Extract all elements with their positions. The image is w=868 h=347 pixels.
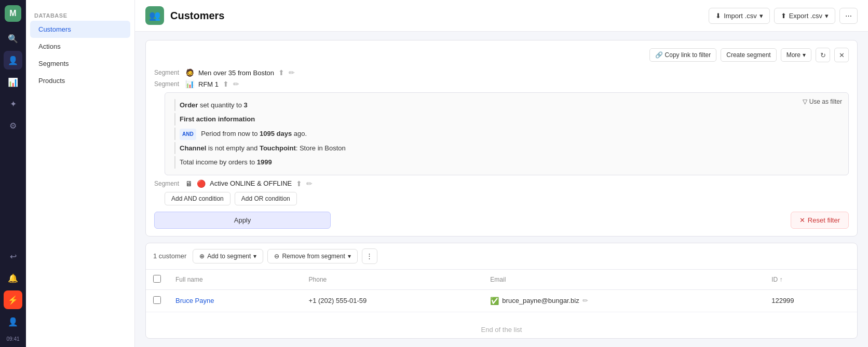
segment-name-2: RFM 1 [198, 80, 219, 88]
nav-section-label: Database [26, 8, 134, 21]
col-fullname: Full name [168, 270, 302, 290]
condition-row-3: AND Period from now to 1095 days ago. [174, 128, 841, 140]
segment-1-edit-icon[interactable]: ✏ [289, 68, 295, 77]
customer-count: 1 customer [153, 252, 186, 260]
segment-row-3: Segment 🖥 🔴 Active ONLINE & OFFLINE ⬆ ✏ [154, 179, 849, 188]
remove-from-segment-icon: ⊖ [274, 253, 279, 260]
segment-row-1: Segment 🧔 Men over 35 from Boston ⬆ ✏ [154, 68, 849, 77]
more-chevron-icon: ▾ [803, 51, 806, 59]
list-toolbar: 1 customer ⊕ Add to segment ▾ ⊖ Remove f… [146, 243, 857, 270]
end-of-list-row: End of the list [146, 312, 857, 339]
more-button[interactable]: More ▾ [781, 48, 811, 62]
notifications-nav-icon[interactable]: 🔔 [4, 269, 22, 287]
header-actions: ⬇ Import .csv ▾ ⬆ Export .csv ▾ ⋯ [709, 8, 858, 24]
reset-icon: ✕ [799, 216, 805, 224]
time-display: 09:41 [6, 336, 19, 342]
customer-email: bruce_payne@bungar.biz [502, 297, 579, 304]
customer-id: 122999 [764, 289, 857, 312]
import-chevron-icon: ▾ [760, 12, 763, 20]
filter-panel: 🔗 Copy link to filter Create segment Mor… [145, 40, 858, 237]
header-more-button[interactable]: ⋯ [839, 8, 858, 24]
email-edit-icon[interactable]: ✏ [582, 297, 588, 304]
import-icon: ⬇ [715, 12, 721, 20]
customers-table: Full name Phone Email ID ↑ Bruce Payne +… [146, 270, 857, 339]
add-to-segment-icon: ⊕ [199, 253, 205, 260]
condition-row-1: Order set quantity to 3 [174, 99, 841, 111]
condition-row-2: First action information [174, 113, 841, 125]
add-to-segment-button[interactable]: ⊕ Add to segment ▾ [193, 249, 263, 263]
use-as-filter-button[interactable]: ▽ Use as filter [803, 98, 842, 105]
apply-reset-row: Apply ✕ Reset filter [154, 212, 849, 229]
customers-nav-icon[interactable]: 👤 [4, 51, 22, 70]
row-checkbox[interactable] [153, 296, 161, 304]
segment-3-edit-icon[interactable]: ✏ [306, 179, 313, 188]
create-segment-button[interactable]: Create segment [721, 48, 776, 62]
list-more-button[interactable]: ⋮ [362, 248, 377, 264]
import-nav-icon[interactable]: ↩ [4, 247, 22, 266]
user-nav-icon[interactable]: 👤 [4, 312, 22, 331]
sidebar-item-products[interactable]: Products [30, 72, 130, 89]
segment-2-edit-icon[interactable]: ✏ [233, 80, 239, 88]
page-header: 👥 Customers ⬇ Import .csv ▾ ⬆ Export .cs… [135, 0, 868, 32]
export-icon: ⬆ [781, 12, 786, 20]
customer-phone: +1 (202) 555-01-59 [302, 289, 483, 312]
copy-link-icon: 🔗 [655, 51, 663, 59]
sidebar-item-segments[interactable]: Segments [30, 55, 130, 72]
email-verified-icon: ✅ [490, 297, 499, 305]
condition-row-5: Total income by orders to 1999 [174, 156, 841, 168]
analytics-nav-icon[interactable]: 📊 [4, 73, 22, 91]
close-filter-button[interactable]: ✕ [834, 48, 849, 62]
app-logo: M [5, 5, 21, 22]
col-email: Email [483, 270, 764, 290]
import-csv-button[interactable]: ⬇ Import .csv ▾ [709, 8, 770, 24]
customer-name[interactable]: Bruce Payne [175, 297, 214, 304]
conditions-box: ▽ Use as filter Order set quantity to 3 … [165, 92, 849, 175]
segment-row-2: Segment 📊 RFM 1 ⬆ ✏ [154, 80, 849, 88]
segment-2-collapse-icon[interactable]: ⬆ [223, 80, 229, 88]
remove-from-segment-button[interactable]: ⊖ Remove from segment ▾ [267, 249, 357, 263]
segment-3-collapse-icon[interactable]: ⬆ [296, 179, 302, 188]
main-content: 👥 Customers ⬇ Import .csv ▾ ⬆ Export .cs… [135, 0, 868, 347]
customer-list: 1 customer ⊕ Add to segment ▾ ⊖ Remove f… [145, 243, 858, 339]
and-badge: AND [180, 129, 196, 140]
customer-email-cell: ✅ bruce_payne@bungar.biz ✏ [490, 297, 757, 305]
sidebar-item-customers[interactable]: Customers [30, 21, 130, 38]
content-area: 🔗 Copy link to filter Create segment Mor… [135, 32, 868, 347]
lightning-nav-icon[interactable]: ⚡ [4, 290, 22, 309]
nav-sidebar: Database Customers Actions Segments Prod… [26, 0, 135, 347]
export-csv-button[interactable]: ⬆ Export .csv ▾ [774, 8, 835, 24]
add-to-segment-chevron-icon: ▾ [253, 253, 256, 260]
col-id: ID ↑ [764, 270, 857, 290]
segment-name-1: Men over 35 from Boston [198, 69, 274, 77]
segment-name-3: Active ONLINE & OFFLINE [210, 179, 292, 187]
settings-nav-icon[interactable]: ⚙ [4, 116, 22, 135]
segments-nav-icon[interactable]: ✦ [4, 94, 22, 113]
add-or-condition-button[interactable]: Add OR condition [235, 192, 297, 205]
copy-link-to-filter-button[interactable]: 🔗 Copy link to filter [649, 48, 717, 62]
page-header-icon: 👥 [145, 6, 164, 25]
segment-label-2: Segment [154, 80, 179, 88]
segment-label-1: Segment [154, 69, 179, 76]
select-all-checkbox[interactable] [153, 275, 161, 283]
reset-filter-button[interactable]: ✕ Reset filter [791, 212, 849, 229]
icon-sidebar: M 🔍 👤 📊 ✦ ⚙ ↩ 🔔 ⚡ 👤 09:41 [0, 0, 26, 347]
search-nav-icon[interactable]: 🔍 [4, 29, 22, 48]
refresh-button[interactable]: ↻ [816, 48, 830, 62]
apply-button[interactable]: Apply [154, 212, 331, 229]
add-and-condition-button[interactable]: Add AND condition [165, 192, 230, 205]
table-row: Bruce Payne +1 (202) 555-01-59 ✅ bruce_p… [146, 289, 857, 312]
sidebar-item-actions[interactable]: Actions [30, 38, 130, 55]
col-phone: Phone [302, 270, 483, 290]
filter-icon: ▽ [803, 98, 807, 105]
end-of-list-label: End of the list [153, 318, 850, 339]
segment-1-collapse-icon[interactable]: ⬆ [278, 68, 284, 77]
filter-toolbar: 🔗 Copy link to filter Create segment Mor… [154, 48, 849, 62]
segment-label-3: Segment [154, 180, 179, 187]
export-chevron-icon: ▾ [825, 12, 829, 20]
condition-row-4: Channel is not empty and Touchpoint: Sto… [174, 142, 841, 154]
add-condition-row: Add AND condition Add OR condition [165, 192, 849, 205]
remove-from-segment-chevron-icon: ▾ [348, 253, 351, 260]
page-title: Customers [170, 10, 702, 22]
